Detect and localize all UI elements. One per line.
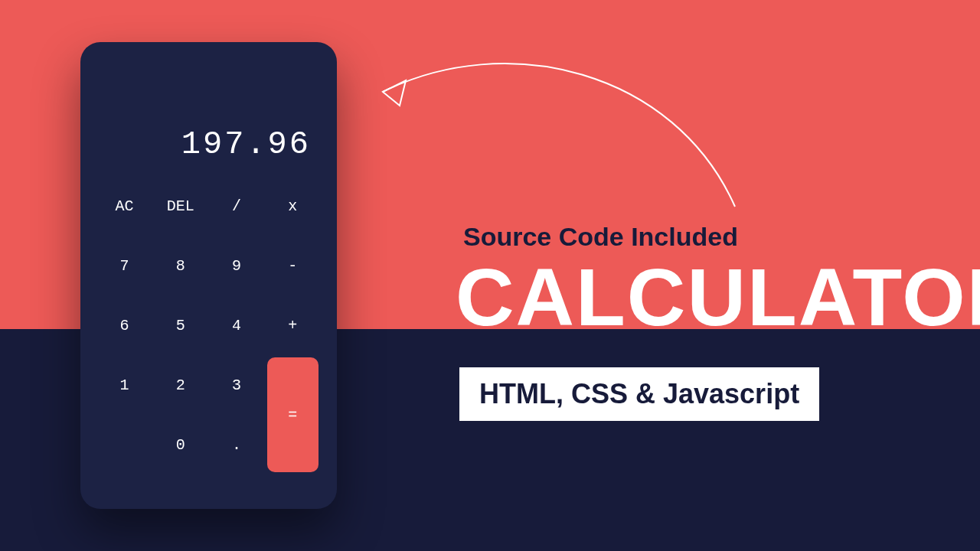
digit-0-button[interactable]: 0: [155, 417, 206, 472]
tech-badge: HTML, CSS & Javascript: [459, 367, 819, 421]
main-title: CALCULATOR: [456, 251, 980, 344]
calculator-panel: 197.96 AC DEL / x 7 8 9 - 6 5 4 + 1 2 3 …: [80, 42, 337, 509]
digit-3-button[interactable]: 3: [211, 357, 263, 412]
digit-1-button[interactable]: 1: [99, 357, 150, 412]
subheading: Source Code Included: [463, 222, 738, 252]
digit-7-button[interactable]: 7: [99, 238, 150, 293]
digit-8-button[interactable]: 8: [155, 238, 206, 293]
digit-4-button[interactable]: 4: [211, 298, 263, 353]
subtract-button[interactable]: -: [267, 238, 318, 293]
digit-2-button[interactable]: 2: [155, 357, 206, 412]
multiply-button[interactable]: x: [267, 178, 318, 233]
decimal-button[interactable]: .: [211, 417, 263, 472]
divide-button[interactable]: /: [211, 178, 263, 233]
digit-9-button[interactable]: 9: [211, 238, 263, 293]
digit-5-button[interactable]: 5: [155, 298, 206, 353]
thumbnail-canvas: 197.96 AC DEL / x 7 8 9 - 6 5 4 + 1 2 3 …: [0, 0, 980, 551]
equals-button[interactable]: =: [267, 357, 318, 472]
clear-button[interactable]: AC: [99, 178, 150, 233]
add-button[interactable]: +: [267, 298, 318, 353]
delete-button[interactable]: DEL: [155, 178, 206, 233]
digit-6-button[interactable]: 6: [99, 298, 150, 353]
calculator-display: 197.96: [99, 64, 318, 171]
calculator-keypad: AC DEL / x 7 8 9 - 6 5 4 + 1 2 3 = 0 .: [99, 178, 318, 472]
